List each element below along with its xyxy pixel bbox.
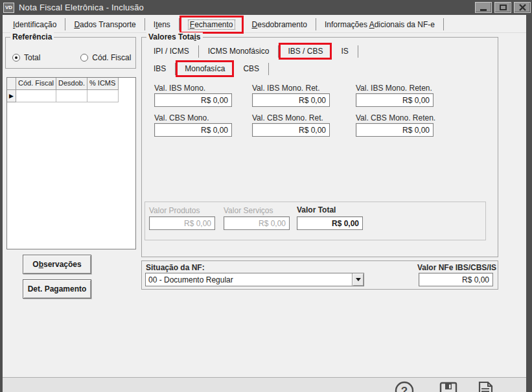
observacoes-button[interactable]: Observações <box>23 255 91 274</box>
validate-document-button[interactable] <box>475 380 496 392</box>
grid-cell[interactable] <box>56 90 87 102</box>
situacao-label: Situação da NF: <box>146 263 205 272</box>
window-controls <box>475 2 531 13</box>
close-icon <box>519 4 526 11</box>
svg-text:?: ? <box>401 385 408 392</box>
main-tabbar: Identificação Dados Transporte Itens Fec… <box>3 16 526 33</box>
minimize-button[interactable] <box>475 2 492 13</box>
tab-identificacao[interactable]: Identificação <box>5 16 65 33</box>
document-check-icon <box>475 380 496 392</box>
val-cbs-mono-reten-field[interactable]: R$ 0,00 <box>356 123 434 137</box>
val-ibs-mono-reten-field[interactable]: R$ 0,00 <box>356 93 434 107</box>
valores-totais-groupbox: Valores Totais IPI / ICMS ICMS Monofásic… <box>141 37 498 257</box>
grid-selector-header <box>7 78 16 90</box>
situacao-dropdown[interactable]: 00 - Documento Regular <box>145 273 364 286</box>
tab-monofasica[interactable]: Monofasíca <box>176 60 234 77</box>
referencia-title: Referência <box>10 32 54 41</box>
valores-tabs-row1: IPI / ICMS ICMS Monofásico IBS / CBS IS <box>145 43 358 60</box>
valor-nfe-field[interactable]: R$ 0,00 <box>419 273 493 286</box>
footer-toolbar: ? <box>3 377 526 392</box>
val-cbs-mono-label: Val. CBS Mono. <box>154 113 209 122</box>
val-cbs-mono-reten-label: Val. CBS Mono. Reten. <box>356 113 435 122</box>
tab-is[interactable]: IS <box>332 43 357 60</box>
app-icon: VD <box>3 3 14 13</box>
valor-total-label: Valor Total <box>297 205 336 214</box>
tab-ibs-cbs[interactable]: IBS / CBS <box>279 43 332 60</box>
val-ibs-mono-reten-label: Val. IBS Mono. Reten. <box>356 84 432 93</box>
valor-servicos-label: Valor Serviços <box>224 206 273 215</box>
val-ibs-mono-label: Val. IBS Mono. <box>154 84 205 93</box>
radio-total[interactable]: Total <box>12 53 40 62</box>
save-icon <box>438 380 459 392</box>
tab-ipi-icms[interactable]: IPI / ICMS <box>145 43 198 60</box>
tab-itens[interactable]: Itens <box>145 16 179 33</box>
situacao-value: 00 - Documento Regular <box>146 275 352 284</box>
val-cbs-mono-field[interactable]: R$ 0,00 <box>154 123 232 137</box>
maximize-icon <box>500 5 507 10</box>
det-pagamento-button[interactable]: Det. Pagamento <box>23 279 91 299</box>
help-button[interactable]: ? <box>394 380 415 392</box>
radio-unselected-icon <box>80 54 88 62</box>
maximize-button[interactable] <box>494 2 511 13</box>
valor-produtos-label: Valor Produtos <box>149 206 200 215</box>
referencia-groupbox: Referência Total Cód. Fiscal <box>5 37 136 69</box>
val-ibs-mono-ret-field[interactable]: R$ 0,00 <box>252 93 330 107</box>
tab-informacoes-adicionais[interactable]: Informações Adicionais da NF-e <box>316 16 443 33</box>
row-marker-icon: ▶ <box>7 90 16 102</box>
val-cbs-mono-ret-field[interactable]: R$ 0,00 <box>252 123 330 137</box>
window-body: Identificação Dados Transporte Itens Fec… <box>3 15 526 392</box>
grid-col-cod-fiscal: Cód. Fiscal <box>16 78 56 90</box>
tab-ibs[interactable]: IBS <box>145 60 175 77</box>
tab-separator <box>443 18 444 30</box>
valor-nfe-label: Valor NFe IBS/CBS/IS <box>417 263 496 272</box>
minimize-icon <box>480 9 487 11</box>
grid-col-desdob: Desdob. <box>56 78 87 90</box>
valor-total-field[interactable]: R$ 0,00 <box>297 216 363 230</box>
grid-row[interactable]: ▶ <box>7 90 135 102</box>
dropdown-button[interactable] <box>352 273 364 286</box>
tab-icms-monofasico[interactable]: ICMS Monofásico <box>199 43 279 60</box>
radio-cod-fiscal-label: Cód. Fiscal <box>92 53 131 62</box>
grid-header: Cód. Fiscal Desdob. % ICMS <box>7 78 135 90</box>
tab-desdobramento[interactable]: Desdobramento <box>244 16 316 33</box>
radio-total-label: Total <box>24 53 40 62</box>
chevron-down-icon <box>356 278 361 281</box>
tab-dados-transporte[interactable]: Dados Transporte <box>65 16 144 33</box>
valores-totais-title: Valores Totais <box>146 32 203 41</box>
valor-produtos-field[interactable]: R$ 0,00 <box>149 216 215 230</box>
window-title: Nota Fiscal Eletrônica - Inclusão <box>19 3 144 12</box>
grid-cell[interactable] <box>87 90 119 102</box>
val-ibs-mono-ret-label: Val. IBS Mono. Ret. <box>252 84 320 93</box>
totais-panel: Valor Produtos R$ 0,00 Valor Serviços R$… <box>145 202 486 240</box>
tab-fechamento[interactable]: Fechamento <box>179 16 244 34</box>
radio-cod-fiscal[interactable]: Cód. Fiscal <box>80 53 131 62</box>
grid-cell[interactable] <box>16 90 56 102</box>
val-cbs-mono-ret-label: Val. CBS Mono. Ret. <box>252 113 323 122</box>
cod-fiscal-grid[interactable]: Cód. Fiscal Desdob. % ICMS ▶ <box>6 77 136 249</box>
situacao-panel: Situação da NF: 00 - Documento Regular V… <box>141 260 498 290</box>
help-icon: ? <box>394 380 415 392</box>
save-button[interactable] <box>438 380 459 392</box>
grid-col-icms: % ICMS <box>87 78 119 90</box>
ibs-cbs-tabs-row2: IBS Monofasíca CBS <box>145 60 269 77</box>
titlebar: VD Nota Fiscal Eletrônica - Inclusão <box>0 0 532 15</box>
val-ibs-mono-field[interactable]: R$ 0,00 <box>154 93 232 107</box>
close-button[interactable] <box>514 2 531 13</box>
radio-selected-icon <box>12 54 20 62</box>
tab-cbs[interactable]: CBS <box>234 60 268 77</box>
valor-servicos-field[interactable]: R$ 0,00 <box>224 216 290 230</box>
